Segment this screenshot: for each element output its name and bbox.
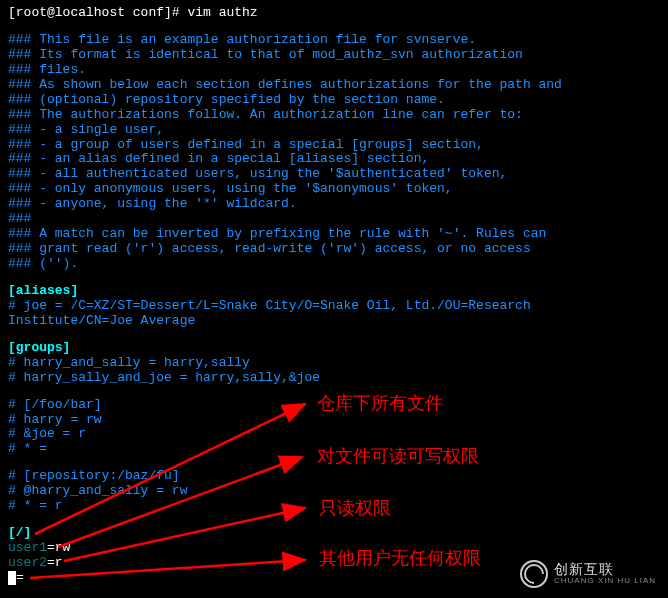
section-aliases: [aliases] [8,284,660,299]
comment-line: ### - a group of users defined in a spec… [8,138,660,153]
comment-line: ### - only anonymous users, using the '$… [8,182,660,197]
comment-line: ### A match can be inverted by prefixing… [8,227,660,242]
comment-line: ### The authorizations follow. An author… [8,108,660,123]
comment-line: ### ### ('').(''). [8,257,660,272]
root-section: [/] [8,526,660,541]
comment-line: ### files. [8,63,660,78]
comment-line: ### - all authenticated users, using the… [8,167,660,182]
comment-line: ### Its format is identical to that of m… [8,48,660,63]
annotation-3: 只读权限 [319,498,391,519]
annotation-1: 仓库下所有文件 [317,393,443,414]
comment-line: ### (optional) repository specified by t… [8,93,660,108]
cursor-icon [8,571,16,585]
prompt-user-host: [root@localhost conf]# [8,5,180,20]
annotation-4: 其他用户无任何权限 [319,548,481,569]
repo-header: # [repository:/baz/fu] [8,469,660,484]
comment-line: ### This file is an example authorizatio… [8,33,660,48]
comment-line: ### grant read ('r') access, read-write … [8,242,660,257]
aliases-joe: # joe = /C=XZ/ST=Dessert/L=Snake City/O=… [8,299,660,329]
comment-line: ### [8,212,660,227]
groups-harry-sally: # harry_and_sally = harry,sally [8,356,660,371]
foobar-harry: # harry = rw [8,413,660,428]
comment-line: ### - an alias defined in a special [ali… [8,152,660,167]
comment-line: ### As shown below each section defines … [8,78,660,93]
comment-line: ### - anyone, using the '*' wildcard. [8,197,660,212]
groups-harry-sally-joe: # harry_sally_and_joe = harry,sally,&joe [8,371,660,386]
logo-main-text: 创新互联 [554,562,656,577]
logo-icon [520,560,548,588]
annotation-2: 对文件可读可写权限 [317,446,479,467]
foobar-joe: # &joe = r [8,427,660,442]
section-groups: [groups] [8,341,660,356]
prompt-command: vim authz [187,5,257,20]
prompt-line[interactable]: [root@localhost conf]# vim authz [8,6,660,21]
repo-harry-sally: # @harry_and_sally = rw [8,484,660,499]
watermark-logo: 创新互联 CHUANG XIN HU LIAN [520,560,656,588]
logo-sub-text: CHUANG XIN HU LIAN [554,577,656,586]
comment-line: ### - a single user, [8,123,660,138]
